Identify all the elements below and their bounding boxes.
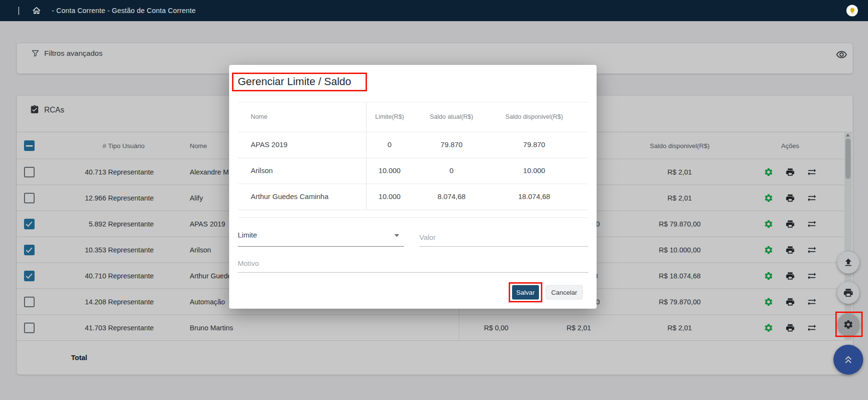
page-title: - Conta Corrente - Gestão de Conta Corre… [52,7,196,14]
value-input[interactable] [419,228,588,247]
annotation-box-modal-title [232,73,367,91]
modal-row-name: Arilson [251,158,273,184]
modal-row-limit: 10.000 [366,184,414,210]
manage-limit-dialog: Gerenciar Limite / Saldo Nome Limite(R$)… [229,65,597,309]
modal-row-name: Arthur Guedes Caminha [251,184,329,210]
modal-row-limit: 0 [366,132,414,158]
modal-row-available-balance: 18.074,68 [498,184,570,210]
annotation-box-save-button [509,282,542,302]
topbar-separator [18,7,19,15]
modal-row-current-balance: 79.870 [420,132,483,158]
cancel-button[interactable]: Cancelar [546,285,583,300]
home-icon[interactable] [32,6,41,15]
modal-row-current-balance: 8.074,68 [420,184,483,210]
modal-row-available-balance: 10.000 [498,158,570,184]
modal-row-available-balance: 79.870 [498,132,570,158]
chevron-down-icon[interactable] [394,234,399,237]
limit-type-select[interactable]: Limite [238,231,404,246]
screen: - Conta Corrente - Gestão de Conta Corre… [0,0,868,400]
divider [238,217,588,218]
annotation-box-settings-fab [835,312,863,337]
modal-row-name: APAS 2019 [251,132,287,158]
modal-table-row: APAS 2019 0 79.870 79.870 [229,132,597,158]
modal-table-row: Arilson 10.000 0 10.000 [229,158,597,184]
reason-input[interactable] [238,254,588,273]
modal-row-current-balance: 0 [420,158,483,184]
modal-col-name: Nome [251,102,268,132]
lightbulb-icon [849,7,856,14]
modal-col-limit: Limite(R$) [366,102,414,132]
modal-col-current-balance: Saldo atual(R$) [420,102,483,132]
topbar: - Conta Corrente - Gestão de Conta Corre… [0,0,868,21]
divider [238,246,404,247]
divider [238,210,588,210]
lightbulb-badge[interactable] [846,5,858,16]
modal-col-available-balance: Saldo disponivel(R$) [498,102,570,132]
modal-table-row: Arthur Guedes Caminha 10.000 8.074,68 18… [229,184,597,210]
modal-row-limit: 10.000 [366,158,414,184]
